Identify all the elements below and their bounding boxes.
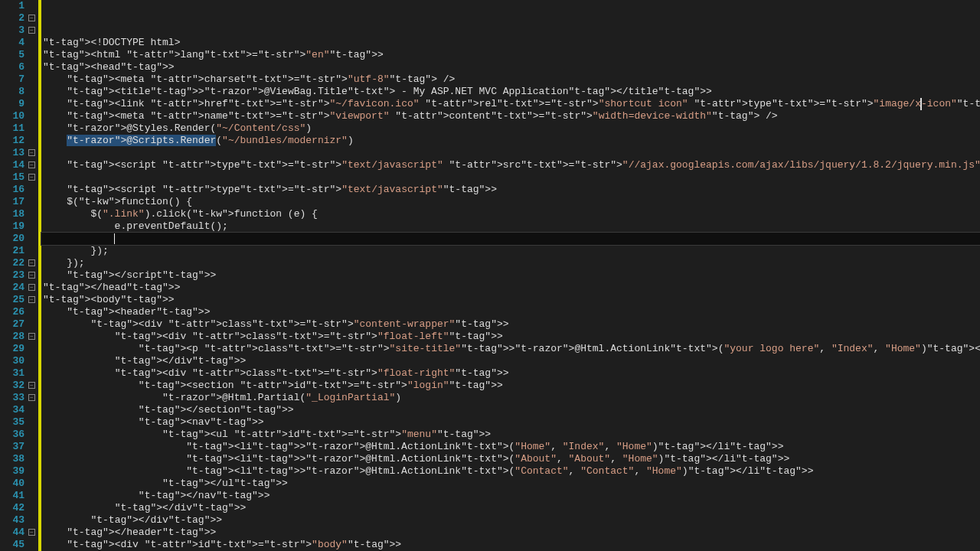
code-line[interactable]: "t-tag"><li"t-tag">>"t-razor">@Html.Acti… [41, 441, 980, 453]
fold-toggle-icon[interactable]: − [28, 529, 35, 536]
code-line[interactable]: "t-tag"><ul "t-attr">id"t-txt">="t-str">… [41, 429, 980, 441]
code-line[interactable]: "t-tag"><script "t-attr">type"t-txt">="t… [41, 184, 980, 196]
code-line[interactable] [41, 147, 980, 159]
line-number: 40 [0, 478, 24, 490]
line-number: 25 [0, 294, 24, 306]
line-number: 2 [0, 12, 24, 24]
line-number: 43 [0, 514, 24, 527]
code-line[interactable]: "t-tag"></ul"t-tag">> [41, 478, 980, 490]
line-number: 35 [0, 416, 24, 429]
code-line[interactable]: $(".link").click("t-kw">function (e) { [41, 208, 980, 220]
line-number: 21 [0, 245, 24, 257]
line-number: 6 [0, 61, 24, 73]
code-line[interactable]: "t-tag"><li"t-tag">>"t-razor">@Html.Acti… [41, 465, 980, 478]
code-area[interactable]: "t-tag"><!DOCTYPE html>"t-tag"><html "t-… [41, 0, 980, 551]
line-number: 27 [0, 318, 24, 331]
code-line[interactable]: $("t-kw">function() { [41, 196, 980, 208]
code-line[interactable]: "t-tag"><div "t-attr">class"t-txt">="t-s… [41, 318, 980, 331]
code-line[interactable]: "t-tag"><p "t-attr">class"t-txt">="t-str… [41, 343, 980, 355]
fold-toggle-icon[interactable]: − [28, 284, 35, 291]
fold-toggle-icon[interactable]: − [28, 15, 35, 21]
line-number: 29 [0, 343, 24, 355]
fold-toggle-icon[interactable]: − [28, 333, 35, 340]
code-line[interactable]: "t-tag"></script"t-tag">> [41, 269, 980, 282]
code-line[interactable]: "t-tag"><head"t-tag">> [41, 61, 980, 73]
secondary-caret-icon [920, 98, 922, 110]
fold-toggle-icon[interactable]: − [28, 161, 35, 168]
code-editor[interactable]: 1234567891011121314151617181920212223242… [0, 0, 980, 551]
line-number: 7 [0, 73, 24, 86]
code-line[interactable]: "t-tag"></div"t-tag">> [41, 502, 980, 514]
line-number: 5 [0, 49, 24, 61]
code-line[interactable]: "t-tag"><div "t-attr">id"t-txt">="t-str"… [41, 539, 980, 551]
line-number: 28 [0, 331, 24, 343]
code-line[interactable] [41, 171, 980, 184]
code-line[interactable]: "t-tag"><meta "t-attr">charset"t-txt">="… [41, 73, 980, 86]
line-number: 41 [0, 490, 24, 502]
line-number: 22 [0, 257, 24, 269]
fold-toggle-icon[interactable]: − [28, 259, 35, 266]
fold-toggle-icon[interactable]: − [28, 394, 35, 401]
code-line[interactable]: "t-razor">@Styles.Render("~/Content/css"… [41, 122, 980, 135]
line-number: 13 [0, 147, 24, 159]
line-number: 36 [0, 429, 24, 441]
fold-toggle-icon[interactable]: − [28, 27, 35, 34]
line-number: 16 [0, 184, 24, 196]
code-line[interactable]: "t-tag"><nav"t-tag">> [41, 416, 980, 429]
line-number: 34 [0, 404, 24, 416]
line-number: 8 [0, 86, 24, 98]
code-line[interactable]: "t-tag"></nav"t-tag">> [41, 490, 980, 502]
code-line[interactable]: "t-tag"><body"t-tag">> [41, 294, 980, 306]
line-number: 39 [0, 465, 24, 478]
line-number: 11 [0, 122, 24, 135]
line-number: 12 [0, 135, 24, 147]
code-line[interactable] [41, 233, 980, 245]
code-line[interactable]: }); [41, 245, 980, 257]
line-number: 20 [0, 233, 24, 245]
code-line[interactable]: "t-razor">@Scripts.Render("~/bundles/mod… [41, 135, 980, 147]
fold-toggle-icon[interactable]: − [28, 174, 35, 181]
code-line[interactable]: "t-tag"></div"t-tag">> [41, 514, 980, 527]
line-number: 17 [0, 196, 24, 208]
fold-column[interactable]: −−−−−−−−−−−−− [28, 0, 38, 551]
line-number: 44 [0, 527, 24, 539]
code-line[interactable]: "t-tag"><link "t-attr">href"t-txt">="t-s… [41, 98, 980, 110]
line-number: 32 [0, 380, 24, 392]
line-number: 33 [0, 392, 24, 404]
line-number: 42 [0, 502, 24, 514]
line-number: 23 [0, 269, 24, 282]
fold-toggle-icon[interactable]: − [28, 382, 35, 389]
code-line[interactable]: "t-tag"><div "t-attr">class"t-txt">="t-s… [41, 331, 980, 343]
line-number: 38 [0, 453, 24, 465]
code-line[interactable]: "t-tag"><header"t-tag">> [41, 306, 980, 318]
line-number: 45 [0, 539, 24, 551]
code-line[interactable]: "t-tag"></div"t-tag">> [41, 355, 980, 367]
code-line[interactable]: "t-tag"><html "t-attr">lang"t-txt">="t-s… [41, 49, 980, 61]
line-number: 9 [0, 98, 24, 110]
caret-icon [114, 233, 115, 244]
code-line[interactable]: }); [41, 257, 980, 269]
line-number: 18 [0, 208, 24, 220]
line-number: 15 [0, 171, 24, 184]
fold-toggle-icon[interactable]: − [28, 149, 35, 156]
code-line[interactable]: "t-tag"></section"t-tag">> [41, 404, 980, 416]
line-number: 30 [0, 355, 24, 367]
line-number-gutter: 1234567891011121314151617181920212223242… [0, 0, 28, 551]
code-line[interactable]: "t-tag"><title"t-tag">>"t-razor">@ViewBa… [41, 86, 980, 98]
fold-toggle-icon[interactable]: − [28, 296, 35, 303]
code-line[interactable]: "t-tag"></head"t-tag">> [41, 282, 980, 294]
code-line[interactable]: "t-tag"><script "t-attr">type"t-txt">="t… [41, 159, 980, 171]
code-line[interactable]: "t-tag"><li"t-tag">>"t-razor">@Html.Acti… [41, 453, 980, 465]
code-line[interactable]: "t-tag"><meta "t-attr">name"t-txt">="t-s… [41, 110, 980, 122]
fold-toggle-icon[interactable]: − [28, 272, 35, 279]
line-number: 24 [0, 282, 24, 294]
code-line[interactable]: "t-tag"><!DOCTYPE html> [41, 37, 980, 49]
code-line[interactable]: e.preventDefault(); [41, 220, 980, 233]
line-number: 31 [0, 367, 24, 380]
code-line[interactable]: "t-tag"><div "t-attr">class"t-txt">="t-s… [41, 367, 980, 380]
line-number: 3 [0, 24, 24, 37]
line-number: 1 [0, 0, 24, 12]
code-line[interactable]: "t-razor">@Html.Partial("_LoginPartial") [41, 392, 980, 404]
code-line[interactable]: "t-tag"></header"t-tag">> [41, 527, 980, 539]
code-line[interactable]: "t-tag"><section "t-attr">id"t-txt">="t-… [41, 380, 980, 392]
